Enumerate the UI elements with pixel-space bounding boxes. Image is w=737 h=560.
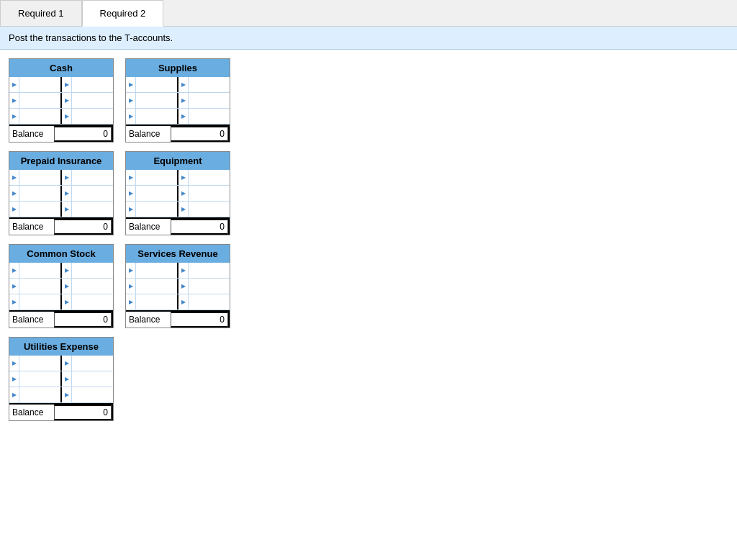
entry-cell[interactable]: [136, 93, 177, 108]
table-row: [126, 263, 230, 279]
entry-cell[interactable]: [19, 170, 60, 185]
entry-cell[interactable]: [136, 77, 177, 92]
arrow-icon: [178, 279, 189, 294]
balance-row-services-revenue: Balance 0: [126, 310, 230, 328]
account-row-2: Common Stock: [9, 244, 728, 328]
entry-cell[interactable]: [72, 77, 113, 92]
table-row: [9, 263, 113, 279]
balance-label: Balance: [9, 405, 54, 420]
entry-cell[interactable]: [19, 77, 60, 92]
arrow-icon: [178, 93, 189, 108]
table-row: [126, 170, 230, 186]
entry-cell[interactable]: [189, 294, 230, 310]
table-row: [126, 202, 230, 217]
balance-value-prepaid[interactable]: 0: [54, 219, 112, 235]
account-common-stock-entries: [9, 263, 113, 310]
arrow-icon: [9, 109, 19, 124]
entry-cell[interactable]: [189, 186, 230, 201]
entry-cell[interactable]: [189, 279, 230, 294]
entry-cell[interactable]: [189, 109, 230, 124]
entry-cell[interactable]: [19, 202, 60, 217]
empty-placeholder: [125, 337, 728, 421]
entry-cell[interactable]: [136, 202, 177, 217]
entry-cell[interactable]: [72, 109, 113, 124]
entry-cell[interactable]: [19, 356, 60, 371]
entry-cell[interactable]: [19, 263, 60, 278]
entry-cell[interactable]: [72, 279, 113, 294]
entry-cell[interactable]: [136, 279, 177, 294]
balance-value-equipment[interactable]: 0: [171, 219, 228, 235]
entry-cell[interactable]: [72, 202, 113, 217]
entry-cell[interactable]: [72, 356, 113, 371]
balance-label: Balance: [9, 126, 54, 142]
account-services-revenue: Services Revenue: [125, 244, 230, 328]
arrow-icon: [9, 279, 19, 294]
arrow-icon: [62, 109, 72, 124]
balance-label: Balance: [126, 312, 171, 328]
account-prepaid-insurance-title: Prepaid Insurance: [9, 152, 113, 170]
balance-value-services-revenue[interactable]: 0: [171, 312, 228, 328]
table-row: [9, 356, 113, 371]
balance-value-utilities[interactable]: 0: [54, 405, 112, 420]
entry-cell[interactable]: [19, 109, 60, 124]
arrow-icon: [62, 387, 72, 402]
arrow-icon: [9, 77, 19, 92]
arrow-icon: [62, 279, 72, 294]
entry-cell[interactable]: [136, 294, 177, 310]
entry-cell[interactable]: [189, 93, 230, 108]
arrow-icon: [9, 202, 19, 217]
table-row: [126, 186, 230, 202]
tab-required1[interactable]: Required 1: [0, 0, 82, 26]
account-utilities-expense-entries: [9, 356, 113, 403]
entry-cell[interactable]: [72, 387, 113, 402]
arrow-icon: [9, 93, 19, 108]
entry-cell[interactable]: [72, 93, 113, 108]
arrow-icon: [62, 202, 72, 217]
entry-cell[interactable]: [72, 170, 113, 185]
entry-cell[interactable]: [19, 294, 60, 310]
entry-cell[interactable]: [136, 186, 177, 201]
balance-value-cash[interactable]: 0: [54, 126, 112, 142]
entry-cell[interactable]: [136, 263, 177, 278]
entry-cell[interactable]: [19, 387, 60, 402]
entry-cell[interactable]: [19, 93, 60, 108]
account-utilities-expense-title: Utilities Expense: [9, 338, 113, 356]
balance-value-common-stock[interactable]: 0: [54, 312, 112, 328]
entry-cell[interactable]: [72, 186, 113, 201]
table-row: [9, 77, 113, 93]
entry-cell[interactable]: [189, 202, 230, 217]
account-equipment-entries: [126, 170, 230, 217]
tab-required2[interactable]: Required 2: [82, 0, 164, 27]
account-prepaid-insurance-entries: [9, 170, 113, 217]
entry-cell[interactable]: [189, 170, 230, 185]
balance-label: Balance: [126, 126, 171, 142]
arrow-icon: [178, 294, 189, 310]
entry-cell[interactable]: [19, 279, 60, 294]
arrow-icon: [62, 356, 72, 371]
table-row: [9, 109, 113, 125]
arrow-icon: [126, 263, 136, 278]
arrow-icon: [126, 202, 136, 217]
arrow-icon: [62, 371, 72, 387]
arrow-icon: [9, 186, 19, 201]
entry-cell[interactable]: [72, 371, 113, 387]
arrow-icon: [9, 263, 19, 278]
entry-cell[interactable]: [136, 170, 177, 185]
arrow-icon: [178, 109, 189, 124]
entry-cell[interactable]: [136, 109, 177, 124]
balance-row-utilities: Balance 0: [9, 403, 113, 420]
entry-cell[interactable]: [72, 263, 113, 278]
balance-value-supplies[interactable]: 0: [171, 126, 228, 142]
entry-cell[interactable]: [189, 77, 230, 92]
balance-row-cash: Balance 0: [9, 125, 113, 142]
entry-cell[interactable]: [19, 371, 60, 387]
account-row-3: Utilities Expense: [9, 337, 728, 421]
arrow-icon: [62, 186, 72, 201]
account-cash: Cash: [9, 58, 114, 143]
balance-row-supplies: Balance 0: [126, 125, 230, 142]
entry-cell[interactable]: [189, 263, 230, 278]
instruction-bar: Post the transactions to the T-accounts.: [0, 27, 737, 50]
balance-row-equipment: Balance 0: [126, 217, 230, 235]
entry-cell[interactable]: [72, 294, 113, 310]
entry-cell[interactable]: [19, 186, 60, 201]
